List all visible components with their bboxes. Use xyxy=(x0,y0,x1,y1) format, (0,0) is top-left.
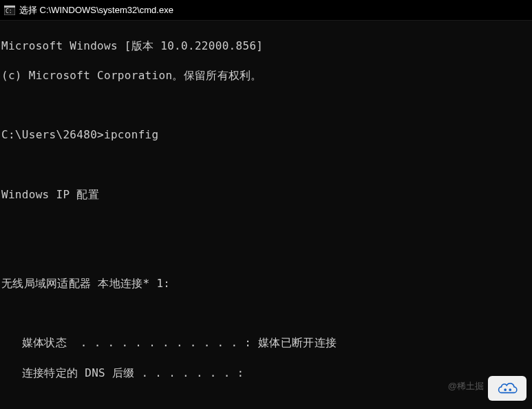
cloud-icon xyxy=(496,381,519,396)
blank-line xyxy=(1,306,531,321)
dns-suffix-line: 连接特定的 DNS 后缀 . . . . . . . : xyxy=(1,366,531,381)
cloud-badge xyxy=(488,376,526,401)
media-status-value: 媒体已断开连接 xyxy=(258,336,337,349)
ipconfig-title: Windows IP 配置 xyxy=(1,187,531,202)
terminal-output[interactable]: Microsoft Windows [版本 10.0.22000.856] (c… xyxy=(0,21,532,409)
blank-line xyxy=(1,247,531,262)
window-titlebar[interactable]: C: 选择 C:\WINDOWS\system32\cmd.exe xyxy=(0,0,532,21)
svg-point-4 xyxy=(509,388,511,391)
blank-line xyxy=(1,98,531,113)
svg-rect-1 xyxy=(4,6,15,8)
blank-line xyxy=(1,217,531,232)
copyright-line: (c) Microsoft Corporation。保留所有权利。 xyxy=(1,68,531,83)
media-status-line: 媒体状态 . . . . . . . . . . . . : 媒体已断开连接 xyxy=(1,335,531,350)
watermark-text: @稀土掘 xyxy=(448,380,484,392)
svg-text:C:: C: xyxy=(6,8,12,14)
blank-line xyxy=(1,157,531,172)
os-version-line: Microsoft Windows [版本 10.0.22000.856] xyxy=(1,39,531,54)
adapter-title: 无线局域网适配器 本地连接* 1: xyxy=(1,276,531,291)
svg-point-3 xyxy=(504,388,507,391)
window-title: 选择 C:\WINDOWS\system32\cmd.exe xyxy=(19,4,173,17)
prompt-path: C:\Users\26480> xyxy=(1,128,104,141)
blank-line xyxy=(1,395,531,409)
command-text: ipconfig xyxy=(104,128,158,141)
prompt-line: C:\Users\26480>ipconfig xyxy=(1,127,531,143)
cmd-icon: C: xyxy=(4,6,15,15)
